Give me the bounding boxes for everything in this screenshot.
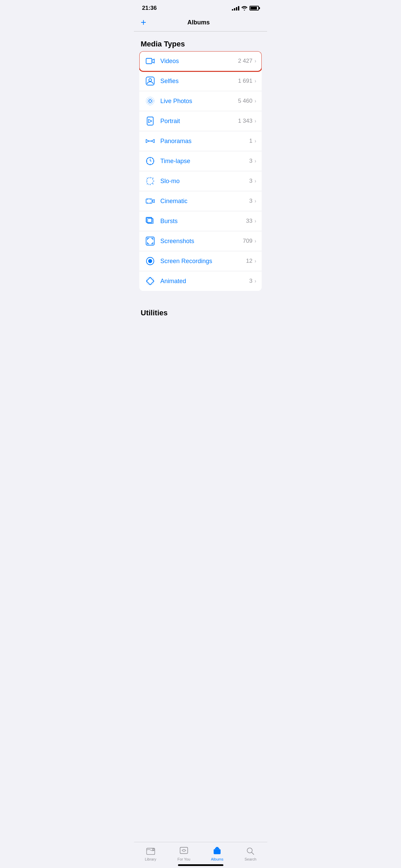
svg-line-22 xyxy=(147,178,148,179)
main-content: Media Types Videos 2 427 › xyxy=(134,32,267,351)
screen-recordings-right: 12 › xyxy=(246,258,256,264)
svg-line-27 xyxy=(152,183,152,184)
portrait-icon xyxy=(145,116,156,126)
animated-label: Animated xyxy=(160,278,249,285)
svg-line-25 xyxy=(147,183,148,184)
add-album-button[interactable]: + xyxy=(141,18,146,27)
selfies-icon xyxy=(145,76,156,86)
panoramas-label: Panoramas xyxy=(160,138,249,145)
time-lapse-label: Time-lapse xyxy=(160,158,249,165)
list-item-portrait[interactable]: Portrait 1 343 › xyxy=(139,111,262,131)
screen-recordings-count: 12 xyxy=(246,258,253,264)
live-photos-label: Live Photos xyxy=(160,98,238,105)
screen-recordings-label: Screen Recordings xyxy=(160,258,246,265)
panoramas-right: 1 › xyxy=(249,138,256,144)
slo-mo-label: Slo-mo xyxy=(160,178,249,185)
screen-recordings-chevron: › xyxy=(255,258,256,264)
time-lapse-right: 3 › xyxy=(249,158,256,164)
animated-chevron: › xyxy=(255,278,256,284)
time-lapse-chevron: › xyxy=(255,158,256,164)
utilities-section-header: Utilities xyxy=(134,300,267,320)
live-photos-count: 5 460 xyxy=(238,98,253,104)
list-item-time-lapse[interactable]: Time-lapse 3 › xyxy=(139,151,262,171)
list-item-slo-mo[interactable]: Slo-mo 3 › xyxy=(139,171,262,191)
list-item-panoramas[interactable]: Panoramas 1 › xyxy=(139,131,262,151)
list-item-videos[interactable]: Videos 2 427 › xyxy=(139,51,262,71)
svg-line-30 xyxy=(146,179,147,180)
portrait-label: Portrait xyxy=(160,118,238,125)
list-item-selfies[interactable]: Selfies 1 691 › xyxy=(139,71,262,91)
bursts-count: 33 xyxy=(246,218,253,224)
live-photos-chevron: › xyxy=(255,98,256,104)
bursts-icon xyxy=(145,216,156,226)
slo-mo-icon xyxy=(145,176,156,186)
portrait-count: 1 343 xyxy=(238,118,253,124)
svg-rect-6 xyxy=(147,117,153,125)
animated-right: 3 › xyxy=(249,278,256,284)
wifi-icon xyxy=(241,6,247,11)
status-time: 21:36 xyxy=(142,5,157,12)
animated-icon xyxy=(145,276,156,287)
screenshots-label: Screenshots xyxy=(160,238,243,245)
status-icons xyxy=(232,6,259,11)
signal-icon xyxy=(232,6,239,11)
screenshots-right: 709 › xyxy=(243,238,256,244)
videos-chevron: › xyxy=(255,58,256,64)
selfies-count: 1 691 xyxy=(238,78,253,84)
svg-line-14 xyxy=(152,158,153,159)
battery-icon xyxy=(249,6,259,11)
screenshots-icon xyxy=(145,236,156,246)
screenshots-count: 709 xyxy=(243,238,252,244)
portrait-chevron: › xyxy=(255,118,256,124)
svg-point-2 xyxy=(149,79,152,81)
cinematic-chevron: › xyxy=(255,198,256,204)
bursts-right: 33 › xyxy=(246,218,256,224)
screenshots-chevron: › xyxy=(255,238,256,244)
videos-label: Videos xyxy=(160,58,238,65)
live-photos-icon xyxy=(145,96,156,106)
slo-mo-right: 3 › xyxy=(249,178,256,184)
svg-point-3 xyxy=(149,100,152,102)
selfies-label: Selfies xyxy=(160,78,238,85)
svg-rect-0 xyxy=(146,58,152,64)
svg-point-41 xyxy=(146,277,154,285)
slo-mo-count: 3 xyxy=(249,178,252,184)
selfies-chevron: › xyxy=(255,78,256,84)
list-item-animated[interactable]: Animated 3 › xyxy=(139,271,262,291)
slo-mo-chevron: › xyxy=(255,178,256,184)
svg-line-26 xyxy=(148,177,149,178)
time-lapse-icon xyxy=(145,156,156,166)
cinematic-label: Cinematic xyxy=(160,198,249,205)
list-item-screen-recordings[interactable]: Screen Recordings 12 › xyxy=(139,251,262,271)
status-bar: 21:36 xyxy=(134,0,267,15)
list-item-live-photos[interactable]: Live Photos 5 460 › xyxy=(139,91,262,111)
time-lapse-count: 3 xyxy=(249,158,252,164)
selfies-right: 1 691 › xyxy=(238,78,256,84)
list-item-cinematic[interactable]: Cinematic 3 › xyxy=(139,191,262,211)
live-photos-right: 5 460 › xyxy=(238,98,256,104)
svg-line-32 xyxy=(148,184,149,185)
svg-point-40 xyxy=(148,259,152,263)
svg-line-28 xyxy=(146,182,147,183)
utilities-section: Utilities xyxy=(134,300,267,320)
svg-line-29 xyxy=(152,179,153,180)
nav-bar: + Albums xyxy=(134,15,267,32)
media-types-title: Media Types xyxy=(141,40,185,48)
svg-line-33 xyxy=(152,177,152,178)
animated-count: 3 xyxy=(249,278,252,284)
panoramas-icon xyxy=(145,136,156,146)
cinematic-icon xyxy=(145,196,156,206)
svg-line-24 xyxy=(153,178,154,179)
videos-right: 2 427 › xyxy=(238,58,256,64)
svg-line-31 xyxy=(152,182,153,183)
bursts-label: Bursts xyxy=(160,218,246,225)
svg-line-13 xyxy=(152,163,153,164)
videos-count: 2 427 xyxy=(238,58,253,64)
bursts-chevron: › xyxy=(255,218,256,224)
list-item-screenshots[interactable]: Screenshots 709 › xyxy=(139,231,262,251)
svg-line-15 xyxy=(147,163,148,164)
svg-line-23 xyxy=(153,183,154,184)
list-item-bursts[interactable]: Bursts 33 › xyxy=(139,211,262,231)
cinematic-right: 3 › xyxy=(249,198,256,204)
utilities-title: Utilities xyxy=(141,309,167,317)
